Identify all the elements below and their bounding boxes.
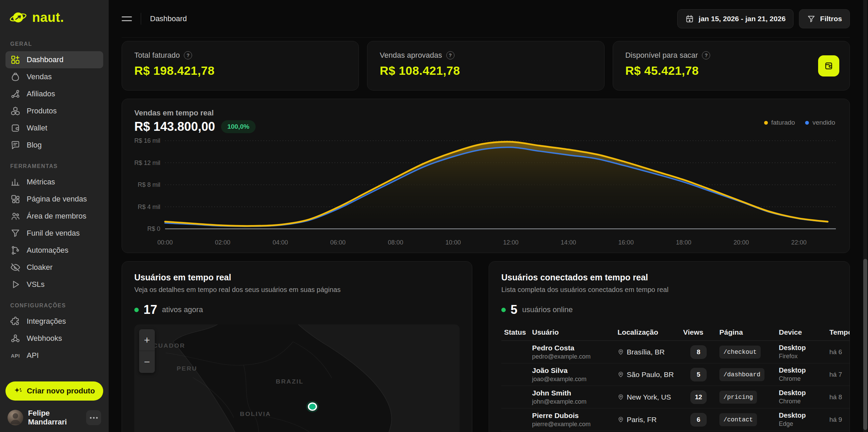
x-axis-label: 16:00 — [618, 239, 634, 246]
automacoes-icon — [10, 245, 21, 255]
stat-value: R$ 198.421,78 — [134, 64, 346, 78]
breadcrumb: Dashboard — [150, 14, 187, 23]
panel-title: Usuários em tempo real — [134, 273, 460, 282]
sidebar-item-cloaker[interactable]: Cloaker — [5, 259, 103, 276]
sidebar-item-vsls[interactable]: VSLs — [5, 276, 103, 293]
online-count: 5 — [511, 303, 517, 317]
avatar[interactable] — [8, 410, 23, 426]
location-pin-icon — [618, 349, 624, 355]
filter-icon — [807, 14, 816, 23]
legend-item-vendido[interactable]: vendido — [805, 119, 835, 126]
user-email: joao@example.com — [532, 376, 615, 383]
user-row: Felipe Mandarrari — [5, 409, 103, 427]
sidebar-item-webhooks[interactable]: Webhooks — [5, 330, 103, 347]
user-name: Felipe Mandarrari — [28, 409, 81, 427]
sidebar-item-pagina-de-vendas[interactable]: Página de vendas — [5, 191, 103, 208]
page-scrollbar[interactable] — [863, 0, 867, 432]
world-map[interactable]: + − ECUADOR PERU BRAZIL BOLIVIA — [134, 324, 460, 432]
column-header-tempo: Tempo — [827, 328, 850, 336]
user-menu-button[interactable] — [86, 410, 101, 425]
south-america-map: ECUADOR PERU BRAZIL BOLIVIA — [134, 324, 460, 432]
x-axis-label: 12:00 — [503, 239, 518, 246]
sidebar-item-dashboard[interactable]: Dashboard — [5, 51, 103, 68]
sidebar-item-automacoes[interactable]: Automações — [5, 242, 103, 259]
panel-subtitle: Lista completa dos usuários conectados e… — [501, 286, 837, 294]
table-row: Pedro Costapedro@example.comBrasília, BR… — [501, 341, 850, 363]
realtime-users-panel: Usuários em tempo real Veja os detalhes … — [122, 261, 472, 432]
sidebar-item-label: Automações — [27, 246, 68, 255]
time-ago: há 8 — [827, 393, 850, 401]
column-header-pagina: Página — [717, 328, 776, 336]
views-badge: 8 — [690, 345, 707, 359]
bottom-row: Usuários em tempo real Veja os detalhes … — [122, 261, 850, 432]
user-email: john@example.com — [532, 398, 615, 405]
create-product-button[interactable]: Criar novo produto — [5, 381, 103, 401]
sidebar-item-produtos[interactable]: Produtos — [5, 102, 103, 120]
produtos-icon — [10, 106, 21, 116]
chart-percent-badge: 100,0% — [221, 120, 255, 133]
user-name: John Smith — [532, 389, 615, 397]
sales-chart-card: Vendas em tempo real R$ 143.800,00 100,0… — [122, 99, 850, 253]
device-type: Desktop — [776, 389, 827, 397]
sidebar-item-label: API — [27, 351, 39, 360]
x-axis-label: 02:00 — [215, 239, 230, 246]
blog-icon — [10, 140, 21, 150]
chart-title: Vendas em tempo real — [134, 109, 837, 117]
views-badge: 6 — [690, 413, 707, 427]
x-axis-label: 10:00 — [446, 239, 461, 246]
help-icon[interactable]: ? — [184, 51, 192, 59]
date-range-picker[interactable]: jan 15, 2026 - jan 21, 2026 — [677, 9, 794, 28]
stat-value: R$ 108.421,78 — [380, 64, 592, 78]
filters-label: Filtros — [820, 15, 842, 23]
x-axis-label: 00:00 — [157, 239, 173, 246]
main-content: Dashboard jan 15, 2026 - jan 21, 2026 Fi… — [109, 0, 868, 432]
stats-row: Total faturado ? R$ 198.421,78 Vendas ap… — [122, 41, 850, 90]
stat-value: R$ 45.421,78 — [625, 64, 837, 78]
legend-item-faturado[interactable]: faturado — [764, 119, 795, 126]
sidebar-item-area-de-membros[interactable]: Área de membros — [5, 208, 103, 225]
user-location-marker[interactable] — [309, 403, 316, 410]
sidebar-item-api[interactable]: APIAPI — [5, 347, 103, 364]
column-header-localizacao: Localização — [615, 328, 680, 336]
device-browser: Chrome — [776, 398, 827, 405]
filters-button[interactable]: Filtros — [799, 9, 850, 28]
map-label-bolivia: BOLIVIA — [240, 411, 271, 417]
sidebar-item-label: Métricas — [27, 178, 55, 186]
sidebar-item-afiliados[interactable]: Afiliados — [5, 85, 103, 102]
sales-area-chart[interactable]: R$ 0R$ 4 milR$ 8 milR$ 12 milR$ 16 mil00… — [134, 135, 838, 248]
membros-icon — [10, 211, 21, 221]
help-icon[interactable]: ? — [446, 51, 455, 59]
location-pin-icon — [618, 371, 624, 378]
scrollbar-thumb[interactable] — [863, 259, 867, 430]
legend-dot — [764, 121, 768, 125]
menu-icon[interactable] — [122, 16, 132, 21]
user-email: pierre@example.com — [532, 421, 615, 428]
y-axis-label: R$ 12 mil — [134, 159, 160, 166]
sidebar-item-label: Página de vendas — [27, 195, 87, 204]
table-header: StatusUsuárioLocalizaçãoViewsPáginaDevic… — [501, 324, 850, 341]
vendas-icon — [10, 72, 21, 82]
map-zoom-in-button[interactable]: + — [139, 329, 155, 351]
sidebar-item-metricas[interactable]: Métricas — [5, 173, 103, 191]
sidebar-item-vendas[interactable]: Vendas — [5, 68, 103, 85]
chart-legend: faturadovendido — [764, 119, 835, 126]
online-dot — [501, 308, 506, 312]
help-icon[interactable]: ? — [702, 51, 710, 59]
column-header-device: Device — [776, 328, 827, 336]
wallet-icon — [824, 61, 834, 71]
sidebar-item-label: Cloaker — [27, 263, 53, 272]
views-badge: 5 — [690, 368, 707, 381]
page-badge: /dashboard — [719, 368, 764, 381]
create-product-label: Criar novo produto — [27, 387, 95, 395]
cloaker-icon — [10, 262, 21, 273]
column-header-views: Views — [680, 328, 717, 336]
withdraw-button[interactable] — [818, 55, 839, 76]
y-axis-label: R$ 0 — [147, 225, 160, 232]
map-zoom-out-button[interactable]: − — [139, 351, 155, 373]
funil-icon — [10, 228, 21, 238]
sidebar-item-blog[interactable]: Blog — [5, 137, 103, 154]
sidebar-item-integracoes[interactable]: Integrações — [5, 313, 103, 330]
sidebar-item-wallet[interactable]: Wallet — [5, 120, 103, 137]
logo[interactable]: naut. — [0, 0, 109, 29]
sidebar-item-funil-de-vendas[interactable]: Funil de vendas — [5, 225, 103, 242]
